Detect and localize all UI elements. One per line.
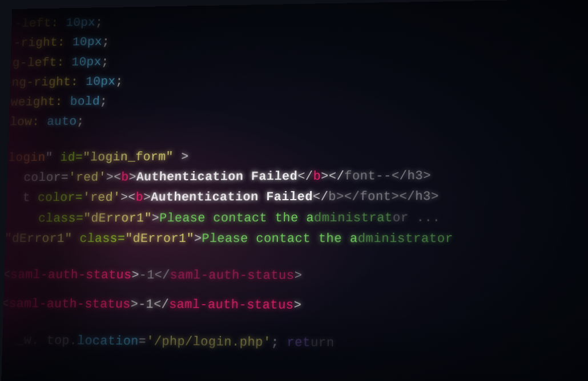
code-line-login-form: login" id="login_form" > (8, 144, 588, 168)
code-line-saml-value: <saml-auth-status>-1</saml-auth-status> (1, 294, 588, 318)
code-line-dError1-class: class="dError1">Please contact the admin… (5, 207, 588, 229)
code-editor-screen: -left: 10px; -right: 10px; g-left: 10px;… (1, 0, 588, 381)
code-line-dError1-attr: "dError1" class="dError1">Please contact… (4, 229, 588, 250)
code-line-location: _w. top.location='/php/login.php'; retur… (1, 330, 588, 356)
code-line-saml-empty: <saml-auth-status>-1</saml-auth-status> (2, 265, 588, 288)
code-line-auth-failed: color='red'><b>Authentication Failed</b>… (7, 165, 588, 188)
code-display: -left: 10px; -right: 10px; g-left: 10px;… (1, 0, 588, 375)
code-line-color-red: t color='red'><b>Authentication Failed</… (6, 186, 588, 209)
